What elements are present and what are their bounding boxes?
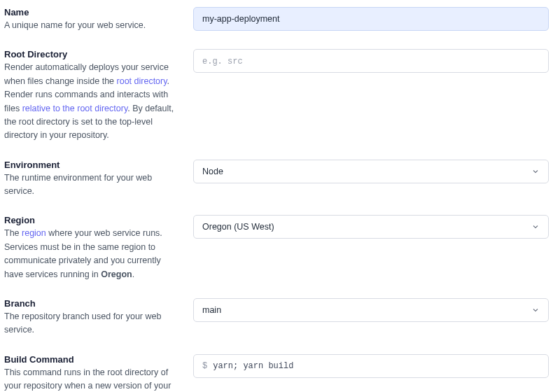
region-value: Oregon (US West)	[202, 222, 274, 232]
root-directory-link-1[interactable]: root directory	[117, 76, 167, 86]
build-command-desc: This command runs in the root directory …	[4, 366, 179, 392]
chevron-down-icon	[531, 223, 540, 231]
region-desc: The region where your web service runs. …	[4, 227, 179, 281]
branch-desc: The repository branch used for your web …	[4, 310, 179, 337]
branch-label: Branch	[4, 298, 179, 309]
root-directory-label: Root Directory	[4, 49, 179, 59]
chevron-down-icon	[531, 167, 540, 176]
environment-value: Node	[202, 167, 223, 176]
region-row: Region The region where your web service…	[4, 215, 549, 281]
environment-select[interactable]: Node	[193, 160, 549, 183]
environment-row: Environment The runtime environment for …	[4, 160, 549, 199]
region-select[interactable]: Oregon (US West)	[193, 215, 549, 239]
root-directory-desc: Render automatically deploys your servic…	[4, 61, 179, 142]
environment-label: Environment	[4, 160, 179, 170]
branch-value: main	[202, 305, 221, 315]
build-command-label: Build Command	[4, 354, 179, 365]
name-desc: A unique name for your web service.	[4, 19, 179, 32]
branch-row: Branch The repository branch used for yo…	[4, 298, 549, 337]
region-link[interactable]: region	[22, 228, 46, 238]
name-row: Name A unique name for your web service.	[4, 7, 549, 32]
prompt-symbol: $	[202, 361, 207, 371]
build-command-input[interactable]	[213, 361, 540, 371]
environment-desc: The runtime environment for your web ser…	[4, 172, 179, 199]
name-label: Name	[4, 7, 179, 18]
region-label: Region	[4, 215, 179, 225]
chevron-down-icon	[531, 306, 540, 314]
build-command-row: Build Command This command runs in the r…	[4, 354, 549, 392]
root-directory-link-2[interactable]: relative to the root directory	[22, 104, 128, 113]
root-directory-input[interactable]	[193, 49, 549, 73]
branch-select[interactable]: main	[193, 298, 549, 322]
name-input[interactable]	[193, 7, 549, 31]
build-command-input-wrapper: $	[193, 354, 549, 378]
root-directory-row: Root Directory Render automatically depl…	[4, 49, 549, 142]
